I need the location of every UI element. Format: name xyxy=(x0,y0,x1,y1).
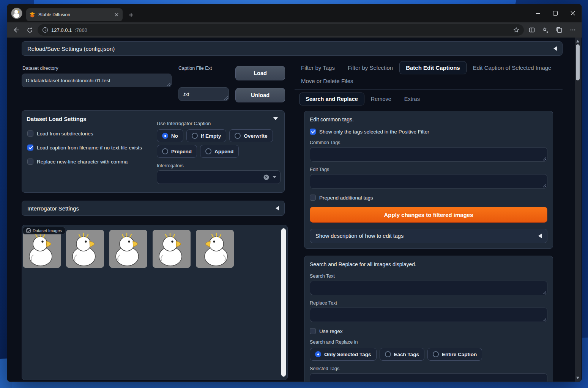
checkbox-label: Load from subdirectories xyxy=(37,131,93,137)
edit-tags-description-accordion[interactable]: Show description of how to edit tags xyxy=(310,229,547,243)
checkbox-load-from-subdirectories[interactable]: Load from subdirectories xyxy=(27,130,142,137)
page-scrollbar[interactable] xyxy=(575,38,581,382)
radio-each-tags[interactable]: Each Tags xyxy=(380,348,425,361)
radio-dot xyxy=(205,148,211,154)
back-button[interactable] xyxy=(10,24,22,36)
reload-save-settings-accordion[interactable]: Reload/Save Settings (config.json) xyxy=(22,41,563,56)
subtab-extras[interactable]: Extras xyxy=(398,93,426,105)
refresh-icon xyxy=(27,27,33,33)
radio-if-empty[interactable]: If Empty xyxy=(186,129,226,142)
gallery-thumbnails xyxy=(23,230,234,268)
gallery-scrollbar[interactable] xyxy=(281,228,286,377)
minimize-button[interactable] xyxy=(529,4,547,22)
accordion-collapsed-icon xyxy=(276,206,279,210)
image-icon xyxy=(26,228,31,233)
radio-label: Append xyxy=(214,149,233,154)
dataset-directory-label: Dataset directory xyxy=(22,66,58,71)
site-info-icon[interactable] xyxy=(42,27,48,33)
radio-no[interactable]: No xyxy=(157,129,183,142)
tab-batch-edit-captions[interactable]: Batch Edit Captions xyxy=(399,61,467,74)
new-tab-button[interactable] xyxy=(126,9,136,20)
use-interrogator-caption-group: Use Interrogator Caption No If Empty Ove… xyxy=(157,121,281,184)
subtab-search-and-replace[interactable]: Search and Replace xyxy=(299,93,364,105)
address-bar[interactable]: 127.0.0.1:7860 xyxy=(38,24,524,36)
clear-selection-icon[interactable] xyxy=(263,174,269,180)
collections-icon[interactable] xyxy=(553,24,565,36)
accordion-expanded-icon[interactable] xyxy=(273,117,278,120)
search-replace-intro: Search and Replace for all images displa… xyxy=(310,261,547,267)
checkbox-show-only-positive-filter[interactable]: Show only the tags selected in the Posit… xyxy=(310,129,547,135)
interrogators-dropdown[interactable] xyxy=(157,170,281,184)
radio-append[interactable]: Append xyxy=(200,145,239,158)
browser-titlebar: Stable Diffusion xyxy=(7,4,582,22)
scroll-up-icon[interactable] xyxy=(576,40,579,42)
radio-overwrite[interactable]: Overwrite xyxy=(229,129,273,142)
gallery-image[interactable] xyxy=(66,230,104,268)
dataset-load-settings-panel: Dataset Load Settings Load from subdirec… xyxy=(22,110,285,193)
selected-tags-textarea[interactable] xyxy=(310,373,547,382)
search-text-textarea[interactable] xyxy=(310,281,547,295)
profile-avatar[interactable] xyxy=(11,8,22,19)
scroll-down-icon[interactable] xyxy=(576,377,579,379)
dataset-directory-input[interactable] xyxy=(22,74,171,87)
replace-text-textarea[interactable] xyxy=(310,308,547,322)
url-port: :7860 xyxy=(75,27,87,33)
back-icon xyxy=(13,27,19,33)
checkbox-load-caption-from-filename[interactable]: Load caption from filename if no text fi… xyxy=(27,145,142,151)
common-tags-textarea[interactable] xyxy=(310,147,547,162)
checkbox-replace-newline[interactable]: Replace new-line character with comma xyxy=(27,159,142,165)
tab-filter-by-selection[interactable]: Filter by Selection xyxy=(341,61,399,74)
interrogator-settings-accordion[interactable]: Interrogator Settings xyxy=(22,201,285,216)
gallery-image[interactable] xyxy=(23,230,61,268)
checkbox-label: Use regex xyxy=(319,328,343,334)
edit-tags-label: Edit Tags xyxy=(310,167,547,172)
edit-common-tags-intro: Edit common tags. xyxy=(310,116,547,123)
radio-label: Prepend xyxy=(171,149,192,154)
tab-filter-by-tags[interactable]: Filter by Tags xyxy=(295,61,341,74)
checkbox-box xyxy=(310,129,316,135)
chevron-down-icon[interactable] xyxy=(273,176,276,178)
add-favorite-icon[interactable] xyxy=(513,27,519,33)
caption-file-ext-field[interactable] xyxy=(178,87,229,101)
dataset-images-gallery[interactable]: Dataset Images xyxy=(22,225,288,380)
interrogators-label: Interrogators xyxy=(157,163,281,168)
subtab-remove[interactable]: Remove xyxy=(364,93,398,105)
gallery-image[interactable] xyxy=(196,230,234,268)
gallery-label-chip: Dataset Images xyxy=(23,227,65,234)
edit-tags-textarea[interactable] xyxy=(310,174,547,189)
use-interrogator-caption-label: Use Interrogator Caption xyxy=(157,121,281,126)
maximize-button[interactable] xyxy=(547,4,564,22)
search-replace-in-label: Search and Replace in xyxy=(310,339,547,345)
settings-more-icon[interactable] xyxy=(567,24,579,36)
accordion-collapsed-icon xyxy=(538,234,542,238)
edit-common-tags-group: Edit common tags. Show only the tags sel… xyxy=(304,111,553,249)
checkbox-use-regex[interactable]: Use regex xyxy=(310,328,547,334)
main-tabs: Filter by Tags Filter by Selection Batch… xyxy=(295,61,563,90)
tab-close-icon[interactable] xyxy=(114,12,120,18)
favorites-icon[interactable] xyxy=(540,24,551,36)
unload-button[interactable]: Unload xyxy=(235,88,285,102)
close-button[interactable] xyxy=(564,4,582,22)
radio-entire-caption[interactable]: Entire Caption xyxy=(427,348,482,361)
scrollbar-thumb[interactable] xyxy=(576,44,580,80)
radio-dot xyxy=(315,351,321,357)
browser-tab[interactable]: Stable Diffusion xyxy=(26,8,123,21)
radio-dot xyxy=(162,133,168,139)
radio-label: Only Selected Tags xyxy=(324,352,371,357)
apply-changes-button[interactable]: Apply changes to filtered images xyxy=(310,207,547,223)
dataset-directory-field[interactable] xyxy=(22,74,172,87)
refresh-button[interactable] xyxy=(24,24,35,36)
gallery-image[interactable] xyxy=(109,230,147,268)
close-icon xyxy=(571,11,575,16)
caption-file-ext-input[interactable] xyxy=(179,88,229,101)
checkbox-prepend-additional-tags[interactable]: Prepend additional tags xyxy=(310,195,547,201)
checkbox-box xyxy=(310,195,316,201)
tab-edit-caption-of-selected-image[interactable]: Edit Caption of Selected Image xyxy=(467,61,558,74)
checkbox-box xyxy=(310,328,316,334)
split-screen-icon[interactable] xyxy=(526,24,538,36)
gallery-image[interactable] xyxy=(153,230,191,268)
radio-only-selected-tags[interactable]: Only Selected Tags xyxy=(310,348,377,361)
load-button[interactable]: Load xyxy=(235,66,285,80)
tab-move-or-delete-files[interactable]: Move or Delete Files xyxy=(295,74,360,88)
radio-prepend[interactable]: Prepend xyxy=(157,145,197,158)
